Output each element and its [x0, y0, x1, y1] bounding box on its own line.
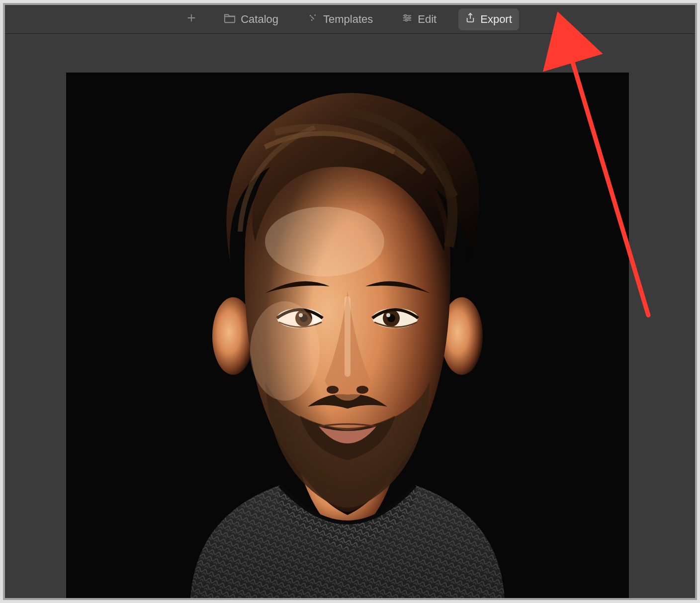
svg-rect-3: [405, 14, 407, 16]
edited-image[interactable]: [66, 73, 629, 600]
svg-point-0: [310, 14, 311, 16]
svg-point-20: [250, 301, 320, 401]
catalog-button[interactable]: Catalog: [217, 8, 285, 30]
svg-point-2: [311, 19, 313, 21]
top-toolbar: Catalog Templates: [5, 5, 695, 34]
svg-point-11: [356, 386, 368, 394]
templates-button[interactable]: Templates: [300, 8, 380, 30]
share-icon: [465, 12, 475, 26]
edit-label: Edit: [418, 13, 437, 26]
templates-label: Templates: [323, 13, 373, 26]
svg-rect-4: [408, 17, 410, 19]
canvas-area[interactable]: [5, 34, 695, 598]
svg-point-21: [265, 207, 384, 276]
svg-point-1: [314, 14, 316, 16]
edit-button[interactable]: Edit: [395, 8, 443, 30]
export-label: Export: [480, 13, 512, 26]
svg-point-19: [386, 313, 390, 317]
sliders-icon: [402, 12, 413, 26]
svg-point-10: [327, 386, 339, 394]
portrait-illustration: [66, 73, 629, 600]
app-frame: Catalog Templates: [3, 3, 697, 600]
add-button[interactable]: [181, 8, 202, 30]
plus-icon: [186, 12, 197, 26]
export-button[interactable]: Export: [458, 8, 519, 30]
folder-icon: [224, 12, 236, 26]
sparkle-icon: [307, 12, 318, 26]
catalog-label: Catalog: [241, 13, 278, 26]
svg-rect-5: [406, 19, 408, 21]
